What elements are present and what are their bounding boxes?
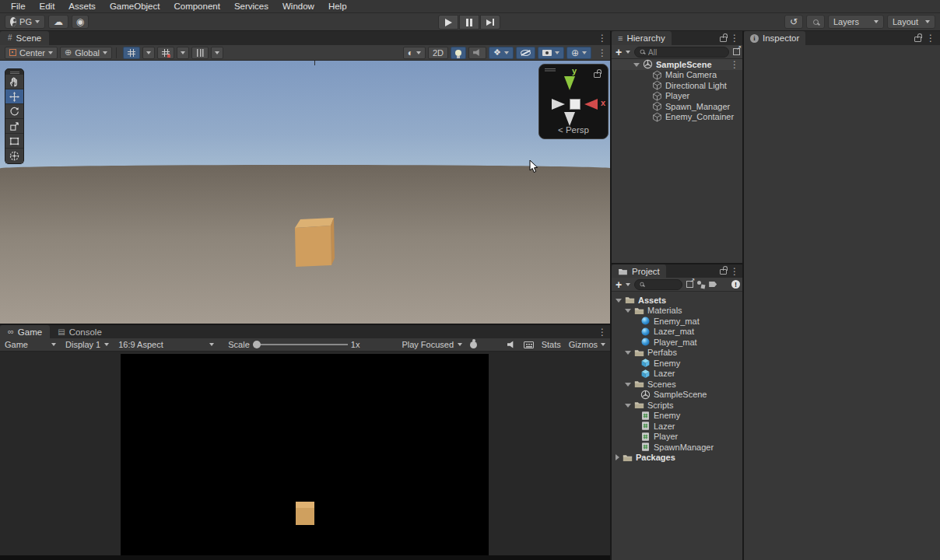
step-button[interactable] (480, 15, 500, 30)
handle-space-dropdown[interactable]: ⊕ Global (60, 47, 112, 59)
aspect-dropdown[interactable]: 16:9 Aspect (114, 338, 219, 351)
dropdown-caret-icon[interactable] (626, 283, 630, 286)
project-open-external-icon[interactable] (686, 281, 693, 288)
scale-slider-knob[interactable] (253, 341, 261, 348)
project-folder-perfabs[interactable]: Perfabs (612, 348, 744, 359)
perspective-label[interactable]: < Persp (539, 125, 608, 135)
splitter-hierarchy-project[interactable] (612, 263, 742, 264)
rotate-tool[interactable] (5, 104, 23, 119)
gizmo-center-cube[interactable] (570, 99, 580, 110)
game-gizmos-dropdown[interactable]: Gizmos (569, 340, 605, 349)
hierarchy-add-button[interactable]: + (616, 47, 622, 58)
hierarchy-lock-icon[interactable] (720, 37, 727, 42)
dropdown-caret-icon[interactable] (626, 51, 630, 54)
project-folder-materials[interactable]: Materials (612, 306, 744, 317)
stats-toggle[interactable]: Stats (542, 340, 561, 349)
project-asset-player-mat[interactable]: Player_mat (612, 337, 744, 348)
snap-increment-toggle[interactable] (157, 47, 174, 59)
inspector-kebab[interactable]: ⋮ (926, 33, 935, 44)
display-dropdown[interactable]: Display 1 (61, 338, 114, 351)
hierarchy-searchbox[interactable] (634, 47, 729, 58)
game-menu-kebab[interactable]: ⋮ (598, 327, 607, 338)
expander-icon[interactable] (616, 454, 619, 460)
expander-icon[interactable] (625, 404, 631, 408)
layers-dropdown[interactable]: Layers (828, 15, 884, 29)
y-axis-cone[interactable] (564, 76, 575, 90)
neg-x-axis-cone[interactable] (552, 99, 565, 110)
menu-gameobject[interactable]: GameObject (103, 0, 167, 12)
hierarchy-scene-root[interactable]: SampleScene ⋮ (612, 59, 744, 70)
menu-edit[interactable]: Edit (33, 0, 62, 12)
menu-window[interactable]: Window (275, 0, 321, 12)
tab-game[interactable]: ∞ Game (0, 325, 50, 338)
camera-settings-dropdown[interactable] (538, 47, 564, 59)
shading-mode-dropdown[interactable]: ◐ (403, 47, 426, 59)
project-kebab[interactable]: ⋮ (730, 266, 739, 277)
gizmo-lock-icon[interactable] (594, 72, 601, 78)
transform-tool[interactable] (5, 149, 23, 163)
menu-assets[interactable]: Assets (61, 0, 103, 12)
project-folder-packages[interactable]: Packages (612, 453, 744, 464)
project-asset-player-script[interactable]: Player (612, 432, 744, 443)
scale-slider[interactable] (253, 344, 348, 345)
version-control-button[interactable]: ◉ (72, 15, 89, 29)
neg-y-axis-cone[interactable] (564, 112, 575, 126)
project-asset-enemy-prefab[interactable]: Enemy (612, 358, 744, 369)
hierarchy-item-spawn-manager[interactable]: Spawn_Manager (612, 101, 744, 112)
hierarchy-open-external-icon[interactable] (733, 48, 740, 55)
undo-history-button[interactable]: ↺ (784, 15, 803, 29)
grid-visibility-toggle[interactable] (123, 47, 140, 59)
project-folder-assets[interactable]: Assets (612, 295, 744, 306)
game-viewport[interactable] (0, 352, 612, 560)
scene-visibility-toggle[interactable] (516, 47, 535, 59)
view-hand-tool[interactable] (5, 75, 23, 89)
inspector-lock-icon[interactable] (914, 37, 921, 42)
pivot-dropdown[interactable]: Center (5, 47, 58, 59)
layout-dropdown[interactable]: Layout (887, 15, 935, 29)
menu-component[interactable]: Component (167, 0, 226, 12)
menu-help[interactable]: Help (321, 0, 354, 12)
tool-handle-caret[interactable] (211, 47, 223, 59)
2d-toggle[interactable]: 2D (428, 47, 448, 59)
search-by-type-icon[interactable] (697, 281, 705, 289)
project-search-input[interactable] (647, 280, 677, 289)
tab-console[interactable]: ▤ Console (50, 325, 110, 338)
project-add-button[interactable]: + (616, 279, 622, 290)
move-tool[interactable] (5, 89, 23, 104)
pause-button[interactable] (459, 15, 479, 30)
project-asset-lazer-script[interactable]: Lazer (612, 421, 744, 432)
hierarchy-search-input[interactable] (648, 47, 724, 57)
project-searchbox[interactable] (634, 279, 682, 290)
project-asset-lazer-prefab[interactable]: Lazer (612, 369, 744, 380)
snap-increment-caret[interactable] (177, 47, 189, 59)
project-folder-scenes[interactable]: Scenes (612, 379, 744, 390)
expander-icon[interactable] (625, 351, 631, 355)
project-asset-samplescene[interactable]: SampleScene (612, 390, 744, 401)
scene-orientation-gizmo[interactable]: y x < Persp (538, 64, 609, 139)
audio-toggle[interactable] (468, 47, 486, 59)
tab-scene[interactable]: # Scene (0, 31, 49, 45)
effects-toggle[interactable]: ❖ (489, 47, 514, 59)
menu-services[interactable]: Services (227, 0, 275, 12)
play-button[interactable] (438, 15, 458, 30)
scene-root-kebab[interactable]: ⋮ (730, 59, 739, 70)
hidden-packages-alert-icon[interactable]: ! (731, 280, 740, 289)
frame-debugger-icon[interactable] (524, 341, 534, 348)
splitter-scene-game[interactable] (0, 324, 610, 325)
account-button[interactable]: PG (5, 15, 45, 29)
scene-toolbar-kebab[interactable]: ⋮ (598, 47, 607, 58)
scale-tool[interactable] (5, 119, 23, 134)
project-asset-enemy-mat[interactable]: Enemy_mat (612, 316, 744, 327)
hierarchy-item-enemy-container[interactable]: Enemy_Container (612, 112, 744, 123)
hierarchy-kebab[interactable]: ⋮ (730, 33, 739, 44)
expander-icon[interactable] (616, 299, 622, 303)
splitter-right[interactable] (742, 31, 744, 560)
expander-icon[interactable] (625, 383, 631, 387)
splitter-left[interactable] (610, 31, 612, 560)
cloud-button[interactable]: ☁ (48, 15, 68, 29)
project-lock-icon[interactable] (720, 269, 727, 275)
palette-grip[interactable] (10, 72, 19, 72)
game-mode-dropdown[interactable]: Game (0, 338, 61, 351)
project-asset-enemy-script[interactable]: Enemy (612, 411, 744, 422)
expander-icon[interactable] (625, 309, 631, 313)
